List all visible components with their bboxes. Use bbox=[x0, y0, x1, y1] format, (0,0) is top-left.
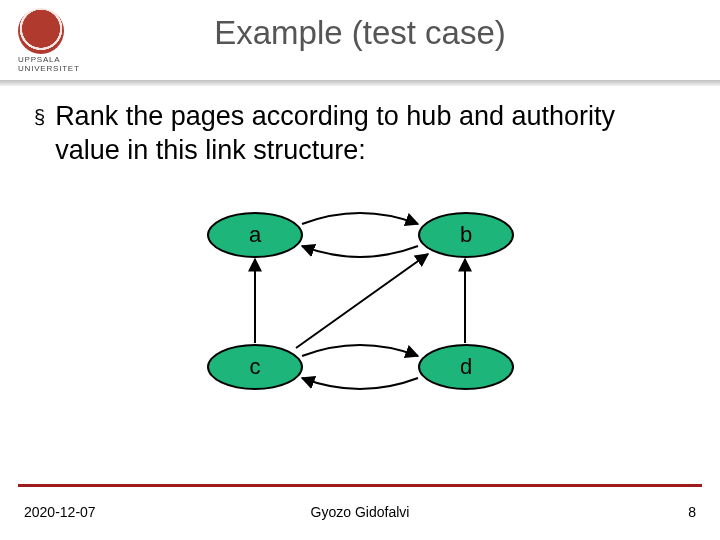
slide-footer: 2020-12-07 Gyozo Gidofalvi 8 bbox=[0, 490, 720, 520]
logo-line1: UPPSALA bbox=[18, 55, 61, 64]
link-graph-diagram: a b c d bbox=[0, 196, 720, 456]
edge-d-c bbox=[302, 378, 418, 389]
edge-c-b bbox=[296, 254, 428, 348]
edge-a-b bbox=[302, 213, 418, 224]
logo-org-name: UPPSALA UNIVERSITET bbox=[18, 56, 108, 74]
logo-line2: UNIVERSITET bbox=[18, 64, 80, 73]
slide-title: Example (test case) bbox=[0, 14, 720, 52]
bullet-item: § Rank the pages according to hub and au… bbox=[34, 100, 686, 168]
footer-author: Gyozo Gidofalvi bbox=[0, 504, 720, 520]
edge-c-d bbox=[302, 345, 418, 356]
graph-node-b: b bbox=[418, 212, 514, 258]
bullet-text: Rank the pages according to hub and auth… bbox=[55, 100, 686, 168]
graph-edges-svg bbox=[0, 196, 720, 456]
footer-divider bbox=[18, 484, 702, 487]
node-label-c: c bbox=[250, 354, 261, 380]
slide-body: § Rank the pages according to hub and au… bbox=[34, 100, 686, 168]
slide: UPPSALA UNIVERSITET Example (test case) … bbox=[0, 0, 720, 540]
bullet-mark: § bbox=[34, 106, 45, 129]
node-label-b: b bbox=[460, 222, 472, 248]
graph-node-a: a bbox=[207, 212, 303, 258]
graph-node-c: c bbox=[207, 344, 303, 390]
edge-b-a bbox=[302, 246, 418, 257]
header-divider bbox=[0, 80, 720, 86]
node-label-a: a bbox=[249, 222, 261, 248]
graph-node-d: d bbox=[418, 344, 514, 390]
node-label-d: d bbox=[460, 354, 472, 380]
slide-header: UPPSALA UNIVERSITET Example (test case) bbox=[0, 0, 720, 84]
footer-page-number: 8 bbox=[688, 504, 696, 520]
